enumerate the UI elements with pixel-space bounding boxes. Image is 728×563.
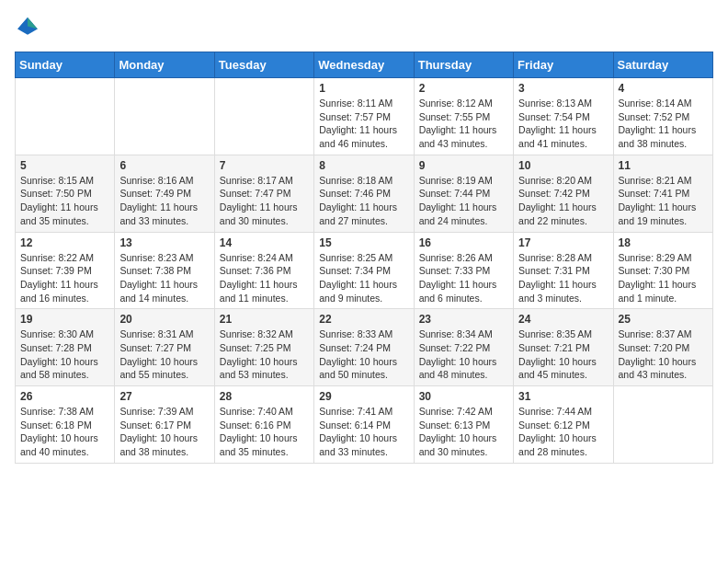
- day-info: Sunrise: 8:18 AMSunset: 7:46 PMDaylight:…: [319, 174, 408, 228]
- calendar-cell: 3Sunrise: 8:13 AMSunset: 7:54 PMDaylight…: [514, 78, 613, 155]
- day-info: Sunrise: 7:41 AMSunset: 6:14 PMDaylight:…: [319, 405, 408, 459]
- calendar-cell: 12Sunrise: 8:22 AMSunset: 7:39 PMDayligh…: [16, 232, 115, 309]
- calendar-header-friday: Friday: [514, 52, 613, 78]
- calendar-cell: [115, 78, 214, 155]
- calendar-cell: 7Sunrise: 8:17 AMSunset: 7:47 PMDaylight…: [214, 155, 313, 232]
- day-info: Sunrise: 8:37 AMSunset: 7:20 PMDaylight:…: [619, 327, 708, 382]
- day-number: 26: [20, 390, 109, 403]
- calendar-cell: 13Sunrise: 8:23 AMSunset: 7:38 PMDayligh…: [115, 232, 214, 309]
- calendar-cell: 4Sunrise: 8:14 AMSunset: 7:52 PMDaylight…: [613, 78, 712, 155]
- day-number: 3: [518, 82, 608, 95]
- calendar-cell: 21Sunrise: 8:32 AMSunset: 7:25 PMDayligh…: [214, 309, 313, 386]
- calendar-cell: 11Sunrise: 8:21 AMSunset: 7:41 PMDayligh…: [613, 155, 712, 232]
- calendar-cell: [613, 386, 712, 464]
- day-number: 30: [419, 390, 508, 403]
- day-info: Sunrise: 8:16 AMSunset: 7:49 PMDaylight:…: [119, 174, 209, 228]
- day-number: 10: [518, 159, 608, 172]
- day-info: Sunrise: 8:17 AMSunset: 7:47 PMDaylight:…: [220, 174, 309, 228]
- day-info: Sunrise: 8:12 AMSunset: 7:55 PMDaylight:…: [419, 97, 508, 151]
- day-info: Sunrise: 7:40 AMSunset: 6:16 PMDaylight:…: [220, 405, 309, 459]
- calendar-cell: 14Sunrise: 8:24 AMSunset: 7:36 PMDayligh…: [214, 232, 313, 309]
- calendar-cell: 20Sunrise: 8:31 AMSunset: 7:27 PMDayligh…: [115, 309, 214, 386]
- calendar-table: SundayMondayTuesdayWednesdayThursdayFrid…: [15, 52, 713, 464]
- day-number: 4: [619, 82, 708, 95]
- day-info: Sunrise: 8:23 AMSunset: 7:38 PMDaylight:…: [119, 251, 209, 305]
- calendar-cell: 15Sunrise: 8:25 AMSunset: 7:34 PMDayligh…: [314, 232, 414, 309]
- day-info: Sunrise: 8:32 AMSunset: 7:25 PMDaylight:…: [220, 327, 309, 382]
- calendar-cell: [16, 78, 115, 155]
- calendar-cell: 18Sunrise: 8:29 AMSunset: 7:30 PMDayligh…: [613, 232, 712, 309]
- calendar-cell: 5Sunrise: 8:15 AMSunset: 7:50 PMDaylight…: [16, 155, 115, 232]
- day-number: 11: [619, 159, 708, 172]
- calendar-cell: 29Sunrise: 7:41 AMSunset: 6:14 PMDayligh…: [314, 386, 414, 464]
- calendar-cell: [214, 78, 313, 155]
- day-number: 29: [319, 390, 408, 403]
- calendar-cell: 19Sunrise: 8:30 AMSunset: 7:28 PMDayligh…: [16, 309, 115, 386]
- day-number: 12: [20, 236, 109, 249]
- day-number: 31: [518, 390, 608, 403]
- logo: [15, 15, 44, 40]
- day-info: Sunrise: 8:15 AMSunset: 7:50 PMDaylight:…: [20, 174, 109, 228]
- calendar-week-row: 1Sunrise: 8:11 AMSunset: 7:57 PMDaylight…: [16, 78, 713, 155]
- day-info: Sunrise: 8:22 AMSunset: 7:39 PMDaylight:…: [20, 251, 109, 305]
- calendar-cell: 25Sunrise: 8:37 AMSunset: 7:20 PMDayligh…: [613, 309, 712, 386]
- day-number: 20: [119, 313, 209, 326]
- day-info: Sunrise: 8:34 AMSunset: 7:22 PMDaylight:…: [419, 327, 508, 382]
- day-info: Sunrise: 8:20 AMSunset: 7:42 PMDaylight:…: [518, 174, 608, 228]
- calendar-header-thursday: Thursday: [414, 52, 513, 78]
- day-number: 21: [220, 313, 309, 326]
- calendar-cell: 2Sunrise: 8:12 AMSunset: 7:55 PMDaylight…: [414, 78, 513, 155]
- calendar-cell: 9Sunrise: 8:19 AMSunset: 7:44 PMDaylight…: [414, 155, 513, 232]
- calendar-cell: 22Sunrise: 8:33 AMSunset: 7:24 PMDayligh…: [314, 309, 414, 386]
- calendar-cell: 27Sunrise: 7:39 AMSunset: 6:17 PMDayligh…: [115, 386, 214, 464]
- day-info: Sunrise: 8:13 AMSunset: 7:54 PMDaylight:…: [518, 97, 608, 151]
- calendar-week-row: 12Sunrise: 8:22 AMSunset: 7:39 PMDayligh…: [16, 232, 713, 309]
- calendar-cell: 10Sunrise: 8:20 AMSunset: 7:42 PMDayligh…: [514, 155, 613, 232]
- day-info: Sunrise: 8:24 AMSunset: 7:36 PMDaylight:…: [220, 251, 309, 305]
- calendar-header-sunday: Sunday: [16, 52, 115, 78]
- calendar-header-row: SundayMondayTuesdayWednesdayThursdayFrid…: [16, 52, 713, 78]
- calendar-cell: 8Sunrise: 8:18 AMSunset: 7:46 PMDaylight…: [314, 155, 414, 232]
- day-info: Sunrise: 8:30 AMSunset: 7:28 PMDaylight:…: [20, 327, 109, 382]
- calendar-cell: 28Sunrise: 7:40 AMSunset: 6:16 PMDayligh…: [214, 386, 313, 464]
- day-number: 24: [518, 313, 608, 326]
- day-number: 25: [619, 313, 708, 326]
- page-header: [15, 15, 713, 40]
- day-info: Sunrise: 8:25 AMSunset: 7:34 PMDaylight:…: [319, 251, 408, 305]
- calendar-cell: 26Sunrise: 7:38 AMSunset: 6:18 PMDayligh…: [16, 386, 115, 464]
- day-number: 19: [20, 313, 109, 326]
- day-number: 17: [518, 236, 608, 249]
- day-number: 13: [119, 236, 209, 249]
- day-info: Sunrise: 8:31 AMSunset: 7:27 PMDaylight:…: [119, 327, 209, 382]
- day-info: Sunrise: 7:42 AMSunset: 6:13 PMDaylight:…: [419, 405, 508, 459]
- day-info: Sunrise: 7:39 AMSunset: 6:17 PMDaylight:…: [119, 405, 209, 459]
- day-info: Sunrise: 8:21 AMSunset: 7:41 PMDaylight:…: [619, 174, 708, 228]
- day-number: 14: [220, 236, 309, 249]
- day-info: Sunrise: 8:26 AMSunset: 7:33 PMDaylight:…: [419, 251, 508, 305]
- day-info: Sunrise: 8:14 AMSunset: 7:52 PMDaylight:…: [619, 97, 708, 151]
- calendar-cell: 30Sunrise: 7:42 AMSunset: 6:13 PMDayligh…: [414, 386, 513, 464]
- calendar-header-monday: Monday: [115, 52, 214, 78]
- calendar-cell: 31Sunrise: 7:44 AMSunset: 6:12 PMDayligh…: [514, 386, 613, 464]
- calendar-cell: 16Sunrise: 8:26 AMSunset: 7:33 PMDayligh…: [414, 232, 513, 309]
- day-info: Sunrise: 8:29 AMSunset: 7:30 PMDaylight:…: [619, 251, 708, 305]
- day-number: 28: [220, 390, 309, 403]
- day-info: Sunrise: 8:11 AMSunset: 7:57 PMDaylight:…: [319, 97, 408, 151]
- calendar-cell: 17Sunrise: 8:28 AMSunset: 7:31 PMDayligh…: [514, 232, 613, 309]
- day-number: 16: [419, 236, 508, 249]
- day-number: 23: [419, 313, 508, 326]
- day-info: Sunrise: 8:35 AMSunset: 7:21 PMDaylight:…: [518, 327, 608, 382]
- calendar-week-row: 26Sunrise: 7:38 AMSunset: 6:18 PMDayligh…: [16, 386, 713, 464]
- calendar-week-row: 19Sunrise: 8:30 AMSunset: 7:28 PMDayligh…: [16, 309, 713, 386]
- calendar-header-wednesday: Wednesday: [314, 52, 414, 78]
- day-number: 15: [319, 236, 408, 249]
- day-number: 27: [119, 390, 209, 403]
- day-number: 18: [619, 236, 708, 249]
- calendar-cell: 6Sunrise: 8:16 AMSunset: 7:49 PMDaylight…: [115, 155, 214, 232]
- day-number: 5: [20, 159, 109, 172]
- calendar-cell: 1Sunrise: 8:11 AMSunset: 7:57 PMDaylight…: [314, 78, 414, 155]
- day-number: 1: [319, 82, 408, 95]
- day-number: 6: [119, 159, 209, 172]
- day-info: Sunrise: 8:28 AMSunset: 7:31 PMDaylight:…: [518, 251, 608, 305]
- calendar-week-row: 5Sunrise: 8:15 AMSunset: 7:50 PMDaylight…: [16, 155, 713, 232]
